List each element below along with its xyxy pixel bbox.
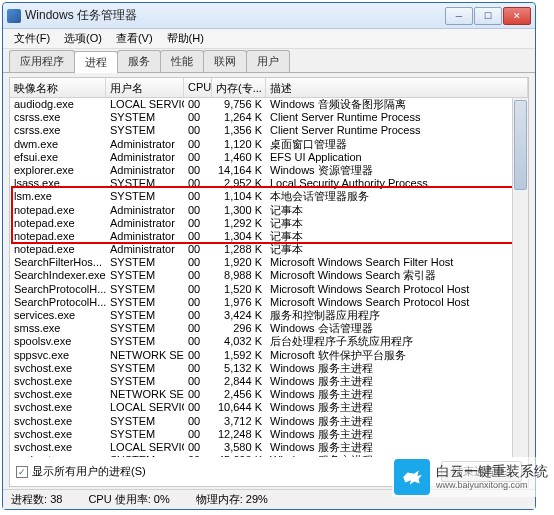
cell-desc: 记事本 bbox=[266, 204, 528, 217]
cell-user: NETWORK SER... bbox=[106, 349, 184, 362]
cell-desc: EFS UI Application bbox=[266, 151, 528, 164]
table-row[interactable]: SearchFilterHos...SYSTEM001,920 KMicroso… bbox=[10, 256, 528, 269]
cell-user: Administrator bbox=[106, 204, 184, 217]
cell-name: SearchProtocolH... bbox=[10, 296, 106, 309]
task-manager-window: Windows 任务管理器 ─ ☐ ✕ 文件(F) 选项(O) 查看(V) 帮助… bbox=[2, 2, 536, 510]
menu-help[interactable]: 帮助(H) bbox=[160, 31, 211, 46]
table-row[interactable]: notepad.exeAdministrator001,292 K记事本 bbox=[10, 217, 528, 230]
table-row[interactable]: spoolsv.exeSYSTEM004,032 K后台处理程序子系统应用程序 bbox=[10, 335, 528, 348]
cell-desc: Microsoft Windows Search Filter Host bbox=[266, 256, 528, 269]
tab-users[interactable]: 用户 bbox=[246, 50, 290, 72]
cell-mem: 3,424 K bbox=[212, 309, 266, 322]
cell-name: csrss.exe bbox=[10, 124, 106, 137]
cell-desc: Client Server Runtime Process bbox=[266, 111, 528, 124]
cell-mem: 45,608 K bbox=[212, 454, 266, 457]
cell-desc: Windows 资源管理器 bbox=[266, 164, 528, 177]
table-row[interactable]: dwm.exeAdministrator001,120 K桌面窗口管理器 bbox=[10, 138, 528, 151]
table-row[interactable]: svchost.exeSYSTEM003,712 KWindows 服务主进程 bbox=[10, 415, 528, 428]
cell-mem: 3,580 K bbox=[212, 441, 266, 454]
table-row[interactable]: svchost.exeSYSTEM002,844 KWindows 服务主进程 bbox=[10, 375, 528, 388]
cell-user: SYSTEM bbox=[106, 283, 184, 296]
cell-desc: Windows 会话管理器 bbox=[266, 322, 528, 335]
cell-mem: 1,920 K bbox=[212, 256, 266, 269]
cell-name: efsui.exe bbox=[10, 151, 106, 164]
cell-user: Administrator bbox=[106, 151, 184, 164]
cell-mem: 296 K bbox=[212, 322, 266, 335]
cell-cpu: 00 bbox=[184, 441, 212, 454]
cell-mem: 1,264 K bbox=[212, 111, 266, 124]
col-cpu[interactable]: CPU bbox=[184, 78, 212, 97]
watermark-icon bbox=[394, 459, 430, 495]
tab-applications[interactable]: 应用程序 bbox=[9, 50, 75, 72]
cell-mem: 2,844 K bbox=[212, 375, 266, 388]
table-row[interactable]: SearchIndexer.exeSYSTEM008,988 KMicrosof… bbox=[10, 269, 528, 282]
table-row[interactable]: audiodg.exeLOCAL SERVICE009,756 KWindows… bbox=[10, 98, 528, 111]
cell-desc: 记事本 bbox=[266, 230, 528, 243]
tab-performance[interactable]: 性能 bbox=[160, 50, 204, 72]
close-button[interactable]: ✕ bbox=[503, 7, 531, 25]
cell-user: LOCAL SERVICE bbox=[106, 401, 184, 414]
cell-cpu: 00 bbox=[184, 269, 212, 282]
process-table[interactable]: 映像名称 用户名 CPU 内存(专... 描述 audiodg.exeLOCAL… bbox=[10, 78, 528, 457]
cell-user: SYSTEM bbox=[106, 322, 184, 335]
cell-name: lsm.exe bbox=[10, 190, 106, 203]
watermark: 白云一键重装系统 www.baiyunxitong.com bbox=[392, 457, 550, 497]
table-row[interactable]: SearchProtocolH...SYSTEM001,520 KMicroso… bbox=[10, 283, 528, 296]
cell-desc: 本地会话管理器服务 bbox=[266, 190, 528, 203]
cell-cpu: 00 bbox=[184, 428, 212, 441]
table-row[interactable]: svchost.exeSYSTEM005,132 KWindows 服务主进程 bbox=[10, 362, 528, 375]
table-row[interactable]: services.exeSYSTEM003,424 K服务和控制器应用程序 bbox=[10, 309, 528, 322]
cell-name: SearchProtocolH... bbox=[10, 283, 106, 296]
cell-name: svchost.exe bbox=[10, 362, 106, 375]
table-body: audiodg.exeLOCAL SERVICE009,756 KWindows… bbox=[10, 98, 528, 457]
cell-desc: Windows 服务主进程 bbox=[266, 375, 528, 388]
cell-cpu: 00 bbox=[184, 256, 212, 269]
col-description[interactable]: 描述 bbox=[266, 78, 528, 97]
col-memory[interactable]: 内存(专... bbox=[212, 78, 266, 97]
table-row[interactable]: lsm.exeSYSTEM001,104 K本地会话管理器服务 bbox=[10, 190, 528, 203]
menu-view[interactable]: 查看(V) bbox=[109, 31, 160, 46]
table-row[interactable]: csrss.exeSYSTEM001,264 KClient Server Ru… bbox=[10, 111, 528, 124]
tab-networking[interactable]: 联网 bbox=[203, 50, 247, 72]
menu-file[interactable]: 文件(F) bbox=[7, 31, 57, 46]
table-row[interactable]: svchost.exeLOCAL SERVICE003,580 KWindows… bbox=[10, 441, 528, 454]
cell-cpu: 00 bbox=[184, 322, 212, 335]
table-row[interactable]: notepad.exeAdministrator001,300 K记事本 bbox=[10, 204, 528, 217]
cell-mem: 2,456 K bbox=[212, 388, 266, 401]
cell-desc: Client Server Runtime Process bbox=[266, 124, 528, 137]
tab-services[interactable]: 服务 bbox=[117, 50, 161, 72]
menu-options[interactable]: 选项(O) bbox=[57, 31, 109, 46]
cell-name: lsass.exe bbox=[10, 177, 106, 190]
tab-bar: 应用程序 进程 服务 性能 联网 用户 bbox=[3, 49, 535, 73]
cell-desc: Windows 服务主进程 bbox=[266, 362, 528, 375]
titlebar[interactable]: Windows 任务管理器 ─ ☐ ✕ bbox=[3, 3, 535, 29]
table-row[interactable]: smss.exeSYSTEM00296 KWindows 会话管理器 bbox=[10, 322, 528, 335]
cell-mem: 12,248 K bbox=[212, 428, 266, 441]
cell-cpu: 00 bbox=[184, 415, 212, 428]
table-row[interactable]: notepad.exeAdministrator001,288 K记事本 bbox=[10, 243, 528, 256]
minimize-button[interactable]: ─ bbox=[445, 7, 473, 25]
watermark-url: www.baiyunxitong.com bbox=[436, 480, 548, 490]
cell-name: svchost.exe bbox=[10, 428, 106, 441]
col-image-name[interactable]: 映像名称 bbox=[10, 78, 106, 97]
table-row[interactable]: svchost.exeNETWORK SER...002,456 KWindow… bbox=[10, 388, 528, 401]
cell-desc: 记事本 bbox=[266, 217, 528, 230]
table-row[interactable]: explorer.exeAdministrator0014,164 KWindo… bbox=[10, 164, 528, 177]
scrollbar-thumb[interactable] bbox=[514, 100, 527, 190]
table-row[interactable]: svchost.exeSYSTEM0012,248 KWindows 服务主进程 bbox=[10, 428, 528, 441]
vertical-scrollbar[interactable] bbox=[512, 98, 528, 457]
table-row[interactable]: sppsvc.exeNETWORK SER...001,592 KMicroso… bbox=[10, 349, 528, 362]
table-row[interactable]: SearchProtocolH...SYSTEM001,976 KMicroso… bbox=[10, 296, 528, 309]
cell-name: SearchFilterHos... bbox=[10, 256, 106, 269]
col-user[interactable]: 用户名 bbox=[106, 78, 184, 97]
table-row[interactable]: lsass.exeSYSTEM002,952 KLocal Security A… bbox=[10, 177, 528, 190]
tab-processes[interactable]: 进程 bbox=[74, 51, 118, 73]
cell-mem: 9,756 K bbox=[212, 98, 266, 111]
table-row[interactable]: efsui.exeAdministrator001,460 KEFS UI Ap… bbox=[10, 151, 528, 164]
show-all-checkbox[interactable]: ✓ bbox=[16, 466, 28, 478]
maximize-button[interactable]: ☐ bbox=[474, 7, 502, 25]
table-row[interactable]: notepad.exeAdministrator001,304 K记事本 bbox=[10, 230, 528, 243]
table-row[interactable]: csrss.exeSYSTEM001,356 KClient Server Ru… bbox=[10, 124, 528, 137]
cell-cpu: 00 bbox=[184, 283, 212, 296]
table-row[interactable]: svchost.exeLOCAL SERVICE0010,644 KWindow… bbox=[10, 401, 528, 414]
